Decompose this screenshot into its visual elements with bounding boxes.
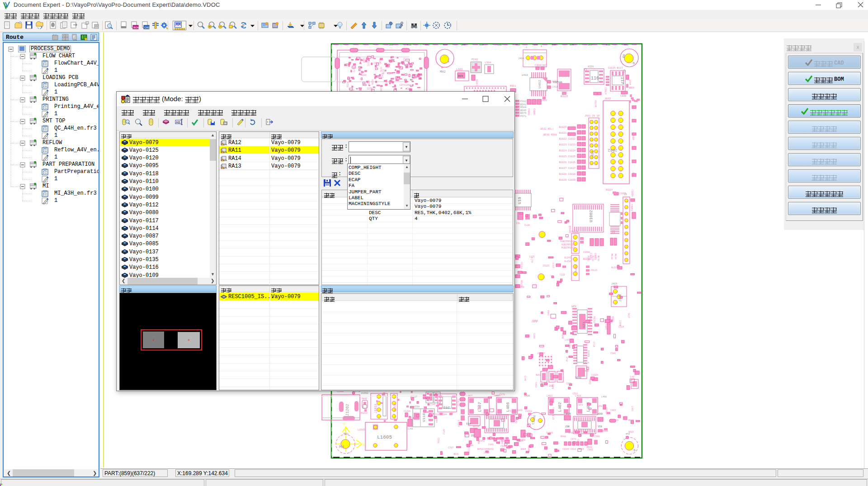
svg-text:L691: L691 bbox=[631, 406, 633, 411]
svg-text:C463: C463 bbox=[610, 409, 616, 412]
svg-text:C609: C609 bbox=[477, 439, 480, 444]
svg-text:W8556: W8556 bbox=[473, 425, 480, 428]
svg-text:UL262: UL262 bbox=[564, 260, 571, 263]
svg-text:R267: R267 bbox=[385, 79, 387, 85]
svg-text:R742: R742 bbox=[566, 356, 568, 362]
svg-text:R269: R269 bbox=[403, 58, 405, 63]
svg-text:X: X bbox=[363, 443, 365, 448]
svg-text:C473: C473 bbox=[571, 438, 576, 441]
svg-text:R448: R448 bbox=[561, 435, 566, 438]
svg-text:J60L: J60L bbox=[632, 172, 634, 177]
svg-text:MH2: MH2 bbox=[440, 70, 446, 74]
svg-text:mhd: mhd bbox=[626, 433, 630, 435]
svg-text:R270: R270 bbox=[380, 67, 382, 72]
svg-text:C330: C330 bbox=[620, 94, 626, 98]
svg-text:C524: C524 bbox=[500, 445, 506, 448]
svg-text:C243: C243 bbox=[477, 405, 479, 411]
svg-text:C1014: C1014 bbox=[631, 190, 633, 196]
svg-text:A1B236R1921: A1B236R1921 bbox=[560, 240, 575, 243]
svg-text:C1283: C1283 bbox=[520, 262, 523, 269]
svg-text:34B: 34B bbox=[514, 419, 517, 423]
svg-text:C882: C882 bbox=[588, 449, 593, 451]
svg-text:876: 876 bbox=[566, 412, 571, 416]
svg-text:C373: C373 bbox=[532, 321, 537, 323]
svg-text:D203: D203 bbox=[587, 350, 590, 357]
svg-text:R229: R229 bbox=[371, 79, 373, 85]
svg-text:C408C407: C408C407 bbox=[535, 64, 547, 67]
svg-text:C247: C247 bbox=[412, 77, 418, 79]
svg-text:C3L: C3L bbox=[516, 222, 520, 225]
svg-text:U402: U402 bbox=[522, 74, 528, 77]
svg-text:359: 359 bbox=[598, 425, 602, 428]
svg-text:U402: U402 bbox=[538, 80, 542, 89]
svg-text:C132: C132 bbox=[467, 447, 470, 453]
svg-text:S02L: S02L bbox=[575, 376, 581, 379]
svg-text:L40: L40 bbox=[630, 376, 634, 379]
svg-text:U118: U118 bbox=[422, 413, 426, 422]
svg-text:L161: L161 bbox=[565, 339, 571, 341]
svg-text:R262: R262 bbox=[381, 73, 383, 78]
svg-text:C441: C441 bbox=[488, 444, 494, 446]
svg-text:BOM: BOM bbox=[133, 26, 139, 29]
svg-text:D03: D03 bbox=[458, 75, 463, 78]
svg-text:B451C445R442: B451C445R442 bbox=[477, 448, 494, 451]
svg-text:B120B: B120B bbox=[583, 258, 590, 261]
svg-text:C146: C146 bbox=[524, 376, 526, 381]
svg-text:C386: C386 bbox=[610, 352, 616, 355]
svg-text:C146: C146 bbox=[430, 403, 435, 406]
svg-text:116: 116 bbox=[591, 76, 599, 81]
svg-text:C518: C518 bbox=[618, 326, 624, 328]
svg-text:U19: U19 bbox=[518, 197, 522, 204]
svg-text:R1253: R1253 bbox=[593, 316, 595, 323]
svg-text:C1024: C1024 bbox=[604, 88, 607, 94]
svg-text:C1226: C1226 bbox=[548, 397, 555, 400]
svg-text:C1013: C1013 bbox=[630, 204, 633, 211]
svg-text:R343: R343 bbox=[475, 79, 478, 85]
svg-text:L402: L402 bbox=[558, 402, 562, 412]
svg-text:C933: C933 bbox=[566, 383, 571, 385]
svg-text:L402: L402 bbox=[547, 394, 552, 397]
svg-text:J601: J601 bbox=[591, 150, 594, 158]
svg-text:C866: C866 bbox=[533, 333, 535, 338]
svg-text:C874: C874 bbox=[578, 404, 583, 406]
svg-text:J602: J602 bbox=[604, 97, 611, 100]
svg-text:UZ1: UZ1 bbox=[571, 305, 576, 308]
svg-text:C1025 B11T: C1025 B11T bbox=[608, 66, 623, 70]
svg-text:L1605: L1605 bbox=[377, 435, 392, 440]
svg-text:U1002: U1002 bbox=[589, 210, 594, 222]
svg-text:B431: B431 bbox=[517, 409, 523, 412]
svg-text:R222: R222 bbox=[367, 61, 369, 66]
svg-text:UZ1: UZ1 bbox=[582, 321, 586, 328]
svg-text:8532 RS||: 8532 RS|| bbox=[540, 127, 554, 131]
svg-text:L: L bbox=[526, 46, 527, 49]
svg-text:J1814: J1814 bbox=[575, 265, 578, 273]
svg-text:BBD9: BBD9 bbox=[629, 87, 634, 89]
svg-text:P242: P242 bbox=[472, 58, 478, 61]
svg-text:C262: C262 bbox=[395, 66, 401, 68]
svg-text:C501B: C501B bbox=[527, 108, 530, 115]
svg-text:J601 20 19: J601 20 19 bbox=[585, 114, 599, 117]
svg-text:C280: C280 bbox=[389, 81, 394, 83]
svg-text:C645: C645 bbox=[500, 439, 503, 444]
svg-text:C179: C179 bbox=[531, 257, 533, 263]
svg-text:R901: R901 bbox=[510, 84, 516, 88]
svg-text:C501C: C501C bbox=[533, 108, 535, 115]
svg-text:C436: C436 bbox=[541, 99, 547, 102]
svg-text:R627: R627 bbox=[627, 313, 630, 318]
svg-text:L258: L258 bbox=[597, 405, 603, 407]
svg-text:C872: C872 bbox=[576, 439, 579, 444]
svg-text:R262: R262 bbox=[360, 70, 363, 76]
svg-text:B1024 C1024: B1024 C1024 bbox=[559, 149, 576, 152]
svg-text:C462 AL29: C462 AL29 bbox=[552, 407, 554, 420]
svg-text:J1202: J1202 bbox=[345, 404, 350, 416]
svg-text:203: 203 bbox=[443, 406, 450, 410]
svg-text:C411: C411 bbox=[534, 382, 537, 388]
svg-text:C346: C346 bbox=[515, 439, 520, 441]
svg-text:C707: C707 bbox=[448, 447, 453, 449]
svg-text:B484: B484 bbox=[521, 448, 526, 450]
svg-text:C273: C273 bbox=[373, 62, 379, 65]
svg-text:A1B26R1QL1: A1B26R1QL1 bbox=[561, 243, 575, 246]
svg-text:C1988: C1988 bbox=[583, 251, 590, 254]
svg-text:0: 0 bbox=[242, 24, 244, 27]
svg-text:B3220: B3220 bbox=[594, 100, 597, 107]
